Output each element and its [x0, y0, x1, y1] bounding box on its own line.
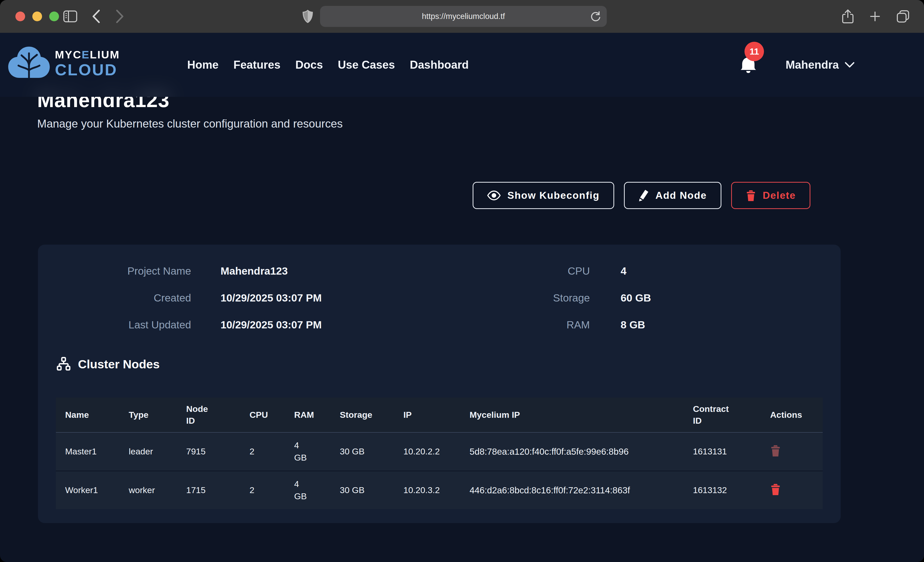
zoom-window-button[interactable]	[49, 12, 59, 21]
nav-item-docs[interactable]: Docs	[296, 58, 323, 71]
table-header-row: Name Type Node ID CPU RAM Storage IP Myc…	[56, 398, 823, 432]
cpu-label: CPU	[462, 265, 590, 277]
traffic-lights	[15, 12, 59, 21]
show-kubeconfig-button[interactable]: Show Kubeconfig	[472, 182, 614, 209]
col-mycelium-ip: Mycelium IP	[460, 398, 684, 432]
share-icon[interactable]	[842, 9, 854, 24]
cell-type: leader	[120, 432, 177, 471]
cell-type: worker	[120, 471, 177, 509]
delete-node-button-worker1[interactable]	[770, 483, 781, 496]
user-name: Mahendra	[786, 58, 839, 71]
ram-label: RAM	[462, 319, 590, 331]
cell-node-id: 1715	[177, 471, 240, 509]
page-subtitle: Manage your Kubernetes cluster configura…	[37, 117, 343, 130]
main-nav: Home Features Docs Use Cases Dashboard	[187, 33, 469, 97]
cluster-nodes-title: Cluster Nodes	[78, 357, 160, 371]
trash-icon	[770, 483, 781, 496]
trash-icon	[746, 189, 756, 202]
col-ip: IP	[394, 398, 460, 432]
cell-storage: 30 GB	[331, 471, 394, 509]
forward-button[interactable]	[116, 0, 124, 33]
browser-chrome: https://myceliumcloud.tf	[0, 0, 924, 33]
cell-mycelium-ip: 5d8:78ea:a120:f40c:ff0f:a5fe:99e6:8b96	[460, 432, 684, 471]
back-button[interactable]	[92, 0, 100, 33]
sidebar-toggle-button[interactable]	[63, 0, 78, 33]
chevron-right-icon	[116, 9, 124, 23]
col-name: Name	[56, 398, 120, 432]
last-updated-label: Last Updated	[63, 319, 191, 331]
user-menu[interactable]: Mahendra	[786, 58, 855, 71]
cell-node-id: 7915	[177, 432, 240, 471]
cpu-value: 4	[621, 265, 627, 277]
nav-item-dashboard[interactable]: Dashboard	[410, 58, 469, 71]
new-tab-icon[interactable]	[869, 10, 881, 22]
cell-ram: 4 GB	[285, 432, 331, 471]
nav-item-features[interactable]: Features	[233, 58, 280, 71]
storage-label: Storage	[462, 292, 590, 304]
col-type: Type	[120, 398, 177, 432]
cell-actions	[761, 471, 823, 509]
project-name-value: Mahendra123	[220, 265, 288, 277]
brand-logo[interactable]: MYCELIUM CLOUD	[7, 42, 120, 85]
delete-node-button-master1[interactable]	[770, 444, 781, 458]
site-navbar: MYCELIUM CLOUD Home Features Docs Use Ca…	[0, 33, 924, 97]
trash-icon	[770, 444, 781, 457]
project-name-label: Project Name	[63, 265, 191, 277]
reload-icon[interactable]	[590, 11, 601, 22]
delete-label: Delete	[763, 190, 796, 201]
created-label: Created	[63, 292, 191, 304]
cluster-nodes-heading: Cluster Nodes	[56, 357, 160, 371]
notification-badge: 11	[744, 42, 764, 61]
cluster-actions: Show Kubeconfig Add Node Delete	[472, 182, 810, 209]
privacy-shield-icon	[302, 9, 314, 24]
add-node-button[interactable]: Add Node	[624, 182, 722, 209]
add-node-label: Add Node	[656, 190, 707, 201]
hierarchy-icon	[56, 357, 71, 371]
cell-mycelium-ip: 446:d2a6:8bcd:8c16:ff0f:72e2:3114:863f	[460, 471, 684, 509]
node-row-worker1: Worker1 worker 1715 2 4 GB 30 GB 10.20.3…	[56, 471, 823, 509]
nodes-table: Name Type Node ID CPU RAM Storage IP Myc…	[56, 398, 823, 509]
cell-name: Worker1	[56, 471, 120, 509]
cell-contract-id: 1613132	[684, 471, 761, 509]
col-storage: Storage	[331, 398, 394, 432]
created-value: 10/29/2025 03:07 PM	[220, 292, 322, 304]
col-actions: Actions	[761, 398, 823, 432]
col-node-id: Node ID	[177, 398, 240, 432]
cell-storage: 30 GB	[331, 432, 394, 471]
browser-window: https://myceliumcloud.tf Mahendra123 Man…	[0, 0, 924, 562]
show-kubeconfig-label: Show Kubeconfig	[507, 190, 599, 201]
nav-item-home[interactable]: Home	[187, 58, 219, 71]
col-ram: RAM	[285, 398, 331, 432]
mycelium-cloud-logo-icon	[7, 42, 51, 85]
ram-value: 8 GB	[621, 319, 645, 331]
cell-ip: 10.20.2.2	[394, 432, 460, 471]
cluster-info-card: Project Name Mahendra123 Created 10/29/2…	[38, 245, 841, 523]
brand-line2: CLOUD	[55, 62, 120, 78]
cell-actions	[761, 432, 823, 471]
last-updated-value: 10/29/2025 03:07 PM	[220, 319, 322, 331]
storage-value: 60 GB	[621, 292, 651, 304]
col-cpu: CPU	[240, 398, 285, 432]
tabs-overview-icon[interactable]	[896, 10, 910, 23]
chevron-left-icon	[92, 9, 100, 23]
notifications-button[interactable]: 11	[740, 55, 757, 75]
chevron-down-icon	[844, 61, 855, 68]
pencil-icon	[639, 189, 649, 202]
cell-ram: 4 GB	[285, 471, 331, 509]
cell-cpu: 2	[240, 432, 285, 471]
col-contract-id: Contract ID	[684, 398, 761, 432]
cell-contract-id: 1613131	[684, 432, 761, 471]
brand-line1: MYCELIUM	[55, 49, 120, 60]
cell-name: Master1	[56, 432, 120, 471]
minimize-window-button[interactable]	[32, 12, 42, 21]
nav-right: 11 Mahendra	[740, 33, 855, 97]
address-bar[interactable]: https://myceliumcloud.tf	[320, 6, 607, 27]
node-row-master1: Master1 leader 7915 2 4 GB 30 GB 10.20.2…	[56, 432, 823, 471]
cell-ip: 10.20.3.2	[394, 471, 460, 509]
delete-cluster-button[interactable]: Delete	[731, 182, 810, 209]
close-window-button[interactable]	[15, 12, 25, 21]
sidebar-icon	[63, 10, 78, 22]
brand-text: MYCELIUM CLOUD	[55, 49, 120, 78]
nav-item-use-cases[interactable]: Use Cases	[338, 58, 395, 71]
cell-cpu: 2	[240, 471, 285, 509]
